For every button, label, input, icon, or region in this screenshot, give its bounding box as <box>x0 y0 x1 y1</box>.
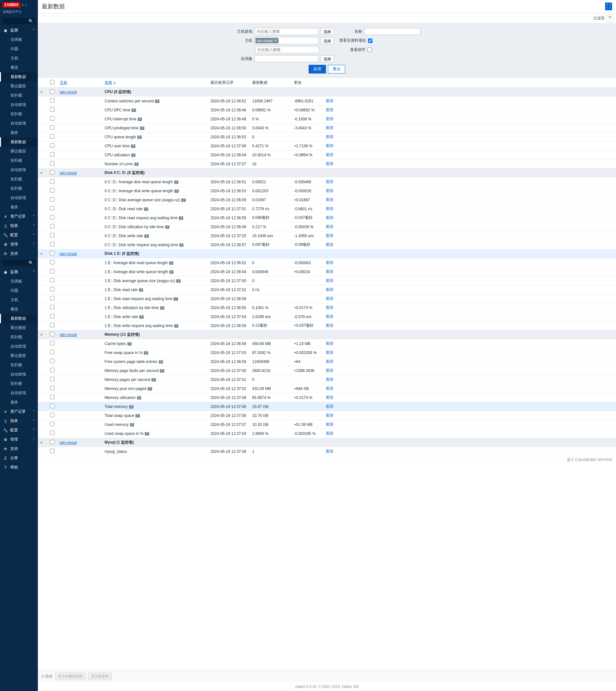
graph-link[interactable]: 图形 <box>326 422 334 427</box>
trigger-badge[interactable]: 7 <box>174 324 179 328</box>
graph-link[interactable]: 图形 <box>326 161 334 166</box>
host-link[interactable]: win-mysql <box>60 440 77 445</box>
nav-section[interactable]: Z分享 <box>0 453 38 463</box>
nav-item[interactable]: 仪表板 <box>0 35 38 44</box>
nav-item[interactable]: 自动发现 <box>0 165 38 175</box>
graph-link[interactable]: 图形 <box>326 296 334 301</box>
row-checkbox[interactable] <box>50 395 54 399</box>
trigger-badge[interactable]: 7 <box>179 243 184 247</box>
nav-item[interactable]: 概览 <box>0 305 38 314</box>
host-link[interactable]: win-mysql <box>60 252 77 256</box>
graph-button[interactable]: 显示数据图 <box>88 673 112 680</box>
nav-item[interactable]: 问题 <box>0 286 38 295</box>
toggle-icon[interactable]: ▾ <box>40 252 42 256</box>
nav-section[interactable]: ◉监测˄ <box>0 267 38 277</box>
trigger-badge[interactable]: 7 <box>131 145 135 148</box>
trigger-badge[interactable]: 7 <box>127 342 132 346</box>
nav-item[interactable]: 聚合图形 <box>0 82 38 91</box>
graph-link[interactable]: 图形 <box>326 134 334 139</box>
graph-link[interactable]: 图形 <box>326 305 334 310</box>
nav-section[interactable]: 🔧配置˅ <box>0 426 38 435</box>
nav-section[interactable]: 🔧配置˅ <box>0 231 38 240</box>
nav-item[interactable]: 服务 <box>0 398 38 407</box>
nav-section[interactable]: ?帮助 <box>0 463 38 472</box>
graph-link[interactable]: 图形 <box>326 152 334 157</box>
toggle-icon[interactable]: ▾ <box>40 90 42 94</box>
trigger-badge[interactable]: 7 <box>129 405 133 409</box>
nav-item[interactable]: 拓扑图 <box>0 379 38 388</box>
trigger-badge[interactable]: 7 <box>175 189 179 193</box>
trigger-badge[interactable]: 7 <box>169 261 174 265</box>
row-checkbox[interactable] <box>50 422 54 426</box>
row-checkbox[interactable] <box>50 368 54 372</box>
graph-link[interactable]: 图形 <box>326 242 334 247</box>
trigger-badge[interactable]: 7 <box>174 180 179 184</box>
row-checkbox[interactable] <box>50 386 54 390</box>
trigger-badge[interactable]: 7 <box>151 378 156 382</box>
trigger-badge[interactable]: 7 <box>169 270 174 274</box>
nav-section[interactable]: ≡资产记录˅ <box>0 212 38 221</box>
nav-section[interactable]: ⟳支持 <box>0 249 38 258</box>
nav-item[interactable]: 问题 <box>0 44 38 53</box>
graph-link[interactable]: 图形 <box>326 233 334 238</box>
nav-item[interactable]: 最新数据 <box>0 137 38 147</box>
row-checkbox[interactable] <box>50 305 54 309</box>
group-checkbox[interactable] <box>50 89 54 94</box>
host-input[interactable] <box>255 46 319 53</box>
trigger-badge[interactable]: 7 <box>131 153 136 157</box>
graph-link[interactable]: 图形 <box>326 404 334 409</box>
graph-link[interactable]: 图形 <box>326 395 334 400</box>
row-checkbox[interactable] <box>50 125 54 130</box>
graph-link[interactable]: 图形 <box>326 341 334 346</box>
row-checkbox[interactable] <box>50 413 54 417</box>
row-checkbox[interactable] <box>50 359 54 363</box>
name-input[interactable] <box>364 28 421 35</box>
nav-item[interactable]: 拓扑图 <box>0 175 38 184</box>
trigger-badge[interactable]: 7 <box>155 100 159 103</box>
trigger-badge[interactable]: 7 <box>179 216 183 220</box>
graph-link[interactable]: 图形 <box>326 413 334 417</box>
row-checkbox[interactable] <box>50 143 54 148</box>
group-checkbox[interactable] <box>50 332 54 336</box>
graph-link[interactable]: 图形 <box>326 314 334 319</box>
row-checkbox[interactable] <box>50 260 54 264</box>
row-checkbox[interactable] <box>50 98 54 103</box>
graph-link[interactable]: 图形 <box>326 350 334 355</box>
graph-link[interactable]: 图形 <box>326 260 334 265</box>
trigger-badge[interactable]: 7 <box>145 432 149 435</box>
nav-item[interactable]: 服务 <box>0 128 38 137</box>
row-checkbox[interactable] <box>50 233 54 238</box>
nav-item[interactable]: 仪表板 <box>0 277 38 286</box>
sidebar-search-input[interactable] <box>4 19 28 23</box>
col-host[interactable]: 主机 <box>60 80 67 85</box>
graph-link[interactable]: 图形 <box>326 386 334 391</box>
trigger-badge[interactable]: 7 <box>176 279 181 283</box>
trigger-badge[interactable]: 7 <box>174 297 178 301</box>
trigger-badge[interactable]: 7 <box>134 163 139 166</box>
graph-link[interactable]: 图形 <box>326 144 334 148</box>
graph-link[interactable]: 图形 <box>326 179 334 184</box>
filter-label[interactable]: 过滤器 <box>591 15 607 22</box>
graph-link[interactable]: 图形 <box>326 99 334 103</box>
trigger-badge[interactable]: 7 <box>144 207 149 211</box>
group-checkbox[interactable] <box>50 251 54 256</box>
graph-link[interactable]: 图形 <box>326 377 334 382</box>
row-checkbox[interactable] <box>50 350 54 354</box>
row-checkbox[interactable] <box>50 287 54 291</box>
row-checkbox[interactable] <box>50 341 54 345</box>
sidebar-search-input[interactable] <box>4 261 28 265</box>
graph-link[interactable]: 图形 <box>326 431 334 435</box>
nav-item[interactable]: 自动发现 <box>0 100 38 109</box>
trigger-badge[interactable]: 7 <box>181 198 186 202</box>
stacked-graph-button[interactable]: 显示堆叠数据图 <box>55 673 86 680</box>
row-checkbox[interactable] <box>50 197 54 201</box>
host-link[interactable]: win-mysql <box>60 171 77 175</box>
col-name[interactable]: 名称 <box>105 80 112 85</box>
host-link[interactable]: win-mysql <box>60 332 77 337</box>
graph-link[interactable]: 图形 <box>326 287 334 292</box>
row-checkbox[interactable] <box>50 404 54 408</box>
row-checkbox[interactable] <box>50 152 54 157</box>
filter-icon[interactable]: ▽ <box>607 15 613 22</box>
nav-item[interactable]: 聚合图形 <box>0 147 38 156</box>
graph-link[interactable]: 图形 <box>326 116 334 121</box>
